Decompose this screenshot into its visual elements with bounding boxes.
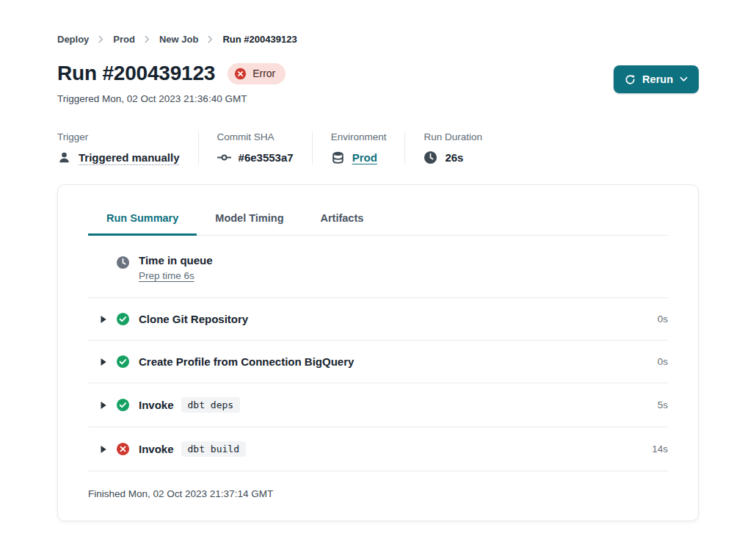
tab[interactable]: Artifacts [302, 212, 382, 236]
tab-label: Model Timing [215, 212, 283, 224]
breadcrumb-item[interactable]: Deploy [57, 34, 113, 45]
breadcrumb-item[interactable]: New Job [159, 34, 222, 45]
step-duration: 0s [658, 314, 668, 325]
chevron-down-icon [680, 76, 688, 82]
step-row: Create Profile from Connection BigQuery … [88, 341, 668, 383]
trigger-label: Trigger [57, 131, 180, 142]
step-duration: 5s [658, 399, 668, 410]
triggered-timestamp: Triggered Mon, 02 Oct 2023 21:36:40 GMT [57, 93, 286, 104]
breadcrumb-link[interactable]: Prod [113, 34, 135, 45]
status-badge-label: Error [252, 68, 275, 79]
expand-caret-icon[interactable] [100, 315, 107, 324]
breadcrumb-item[interactable]: Run #200439123 [222, 34, 297, 45]
step-row: Invoke dbt deps 5s [88, 383, 668, 427]
queue-clock-icon [116, 256, 130, 269]
breadcrumb: Deploy Prod New Job Run #200439123 [57, 34, 699, 45]
time-in-queue-row: Time in queue Prep time 6s [88, 236, 668, 298]
status-badge: Error [228, 63, 286, 84]
step-title: Invoke [139, 399, 174, 411]
commit-sha-value: #6e3553a7 [239, 151, 294, 164]
tab-label: Artifacts [321, 212, 364, 224]
tab-label: Run Summary [106, 212, 178, 224]
rerun-button[interactable]: Rerun [614, 65, 699, 93]
success-check-icon [116, 355, 130, 369]
refresh-icon [625, 74, 636, 85]
step-row: Clone Git Repository 0s [88, 298, 668, 341]
expand-caret-icon[interactable] [100, 358, 107, 366]
tab[interactable]: Run Summary [88, 212, 197, 236]
database-icon [331, 151, 345, 164]
step-title: Invoke [139, 443, 174, 455]
git-commit-icon [217, 151, 231, 164]
breadcrumb-item[interactable]: Prod [113, 34, 159, 45]
run-summary-card: Run Summary Model Timing Artifacts Time … [57, 184, 699, 521]
step-command-chip: dbt deps [181, 397, 241, 413]
breadcrumb-link[interactable]: New Job [159, 34, 198, 45]
error-x-icon [116, 442, 130, 456]
environment-link[interactable]: Prod [352, 151, 377, 164]
environment-label: Environment [331, 131, 387, 142]
queue-title: Time in queue [139, 254, 213, 267]
finished-timestamp: Finished Mon, 02 Oct 2023 21:37:14 GMT [88, 471, 668, 521]
clock-icon [424, 151, 437, 164]
step-list: Clone Git Repository 0s Create Profile f… [88, 298, 668, 471]
step-row: Invoke dbt build 14s [88, 427, 668, 471]
run-detail-page: Deploy Prod New Job Run #200439123 Run #… [0, 0, 756, 521]
prep-time-link[interactable]: Prep time 6s [139, 270, 195, 281]
commit-sha-label: Commit SHA [217, 131, 294, 142]
run-meta-row: Trigger Triggered manually Commit SHA #6… [57, 131, 699, 164]
chevron-right-icon [208, 35, 213, 43]
tab[interactable]: Model Timing [197, 212, 302, 236]
meta-environment: Environment Prod [331, 131, 406, 164]
rerun-button-label: Rerun [642, 73, 673, 85]
trigger-value[interactable]: Triggered manually [79, 151, 180, 164]
tabs: Run Summary Model Timing Artifacts [88, 185, 668, 236]
page-title: Run #200439123 [57, 62, 215, 85]
chevron-right-icon [145, 35, 150, 43]
success-check-icon [116, 398, 130, 412]
meta-trigger: Trigger Triggered manually [57, 131, 199, 164]
step-duration: 14s [652, 443, 668, 454]
step-command-chip: dbt build [181, 441, 246, 457]
meta-duration: Run Duration 26s [424, 131, 501, 164]
step-title: Clone Git Repository [139, 313, 248, 325]
run-duration-value: 26s [445, 151, 463, 164]
meta-commit: Commit SHA #6e3553a7 [217, 131, 313, 164]
user-icon [57, 151, 71, 164]
success-check-icon [116, 312, 130, 326]
expand-caret-icon[interactable] [100, 445, 107, 454]
run-duration-label: Run Duration [424, 131, 482, 142]
header: Run #200439123 Error Triggered Mon, 02 O… [57, 62, 699, 104]
expand-caret-icon[interactable] [100, 401, 107, 410]
step-duration: 0s [658, 356, 668, 367]
step-title: Create Profile from Connection BigQuery [139, 355, 354, 368]
breadcrumb-link[interactable]: Run #200439123 [222, 34, 297, 45]
breadcrumb-link[interactable]: Deploy [57, 34, 89, 45]
error-circle-icon [234, 68, 247, 80]
chevron-right-icon [98, 35, 103, 43]
